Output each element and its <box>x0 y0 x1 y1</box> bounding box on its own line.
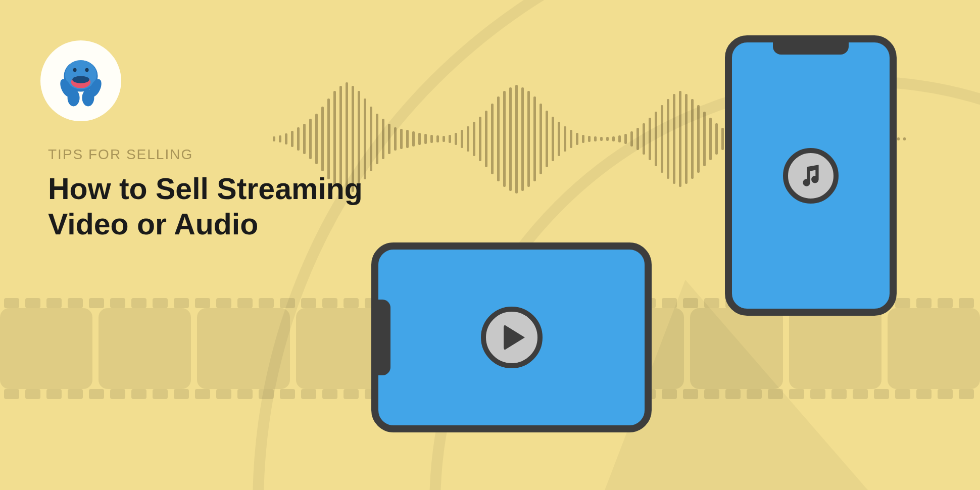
svg-point-3 <box>72 76 89 83</box>
headline-text: How to Sell Streaming Video or Audio <box>48 172 363 242</box>
brand-logo <box>40 40 121 121</box>
eyebrow-text: TIPS FOR SELLING <box>48 146 363 163</box>
phone-device-graphic <box>725 35 897 316</box>
music-button-circle <box>783 148 839 204</box>
play-button-circle <box>481 307 543 368</box>
music-note-icon <box>798 163 824 189</box>
phone-notch <box>773 41 849 55</box>
headline-block: TIPS FOR SELLING How to Sell Streaming V… <box>48 146 363 242</box>
tablet-notch <box>377 300 390 375</box>
svg-point-5 <box>85 68 88 72</box>
play-icon <box>504 324 525 351</box>
svg-point-4 <box>73 68 76 72</box>
edd-mascot-icon <box>51 51 111 111</box>
tablet-device-graphic <box>371 242 652 432</box>
